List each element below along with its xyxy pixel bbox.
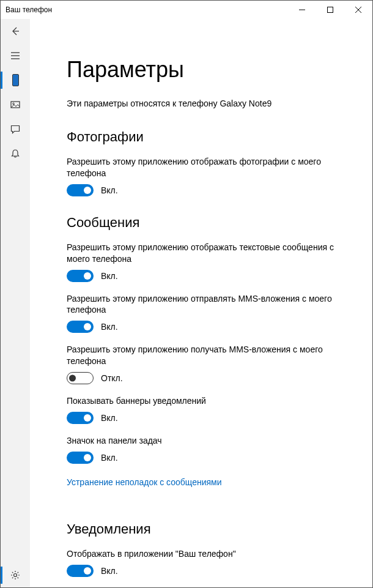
- toggle-row: Вкл.: [67, 270, 354, 282]
- setting-messages-receive-mms: Разрешить этому приложению получать MMS-…: [67, 344, 354, 384]
- sidebar-item-messages[interactable]: [1, 117, 30, 141]
- toggle-state: Вкл.: [101, 453, 118, 463]
- sidebar-item-settings[interactable]: [1, 563, 30, 587]
- toggle-state: Вкл.: [101, 271, 118, 281]
- section-messages: Сообщения Разрешить этому приложению ото…: [67, 215, 354, 503]
- setting-photos-allow: Разрешить этому приложению отображать фо…: [67, 156, 354, 196]
- link-messages-troubleshoot[interactable]: Устранение неполадок с сообщениями: [67, 477, 222, 487]
- toggle-thumb: [84, 454, 91, 461]
- toggle-notifications-show-in-app[interactable]: [67, 565, 94, 577]
- toggle-row: Вкл.: [67, 452, 354, 464]
- sidebar-top: [1, 19, 30, 563]
- toggle-row: Вкл.: [67, 321, 354, 333]
- toggle-messages-send-mms[interactable]: [67, 321, 94, 333]
- toggle-messages-banners[interactable]: [67, 412, 94, 424]
- close-button[interactable]: [344, 1, 372, 19]
- toggle-thumb: [84, 272, 91, 280]
- bell-icon: [10, 148, 21, 159]
- section-title-photos: Фотографии: [67, 129, 354, 145]
- section-title-notifications: Уведомления: [67, 521, 354, 537]
- arrow-left-icon: [10, 26, 21, 37]
- sidebar-item-phone[interactable]: [1, 68, 30, 92]
- setting-label: Отображать в приложении "Ваш телефон": [67, 548, 354, 560]
- setting-notifications-show-in-app: Отображать в приложении "Ваш телефон" Вк…: [67, 548, 354, 577]
- toggle-messages-display[interactable]: [67, 270, 94, 282]
- sidebar-item-notifications[interactable]: [1, 141, 30, 166]
- toggle-state: Вкл.: [101, 322, 118, 332]
- page-subtitle: Эти параметры относятся к телефону Galax…: [67, 99, 354, 108]
- toggle-state: Откл.: [101, 373, 123, 383]
- chat-icon: [10, 124, 21, 135]
- content-area[interactable]: Параметры Эти параметры относятся к теле…: [30, 19, 372, 587]
- maximize-icon: [327, 5, 333, 15]
- toggle-messages-taskbar-icon[interactable]: [67, 452, 94, 464]
- setting-label: Разрешить этому приложению отображать те…: [67, 242, 354, 265]
- image-icon: [10, 99, 21, 110]
- app-body: Параметры Эти параметры относятся к теле…: [1, 19, 372, 587]
- section-notifications: Уведомления Отображать в приложении "Ваш…: [67, 521, 354, 587]
- toggle-messages-receive-mms[interactable]: [67, 372, 94, 384]
- app-window: Ваш телефон: [0, 0, 373, 588]
- close-icon: [355, 5, 361, 15]
- toggle-state: Вкл.: [101, 185, 118, 195]
- setting-label: Разрешить этому приложению получать MMS-…: [67, 344, 354, 367]
- toggle-thumb: [69, 375, 76, 382]
- setting-messages-taskbar-icon: Значок на панели задач Вкл.: [67, 435, 354, 464]
- toggle-thumb: [84, 567, 91, 575]
- svg-rect-1: [328, 7, 333, 13]
- minimize-button[interactable]: [288, 1, 316, 19]
- toggle-row: Откл.: [67, 372, 354, 384]
- setting-messages-send-mms: Разрешить этому приложению отправлять MM…: [67, 293, 354, 333]
- sidebar-bottom: [1, 563, 30, 587]
- section-title-messages: Сообщения: [67, 215, 354, 231]
- toggle-photos-allow[interactable]: [67, 184, 94, 196]
- sidebar-item-menu[interactable]: [1, 43, 30, 68]
- section-photos: Фотографии Разрешить этому приложению от…: [67, 129, 354, 196]
- toggle-state: Вкл.: [101, 413, 118, 423]
- toggle-state: Вкл.: [101, 566, 118, 576]
- page-title: Параметры: [67, 57, 354, 83]
- phone-icon: [10, 75, 21, 86]
- sidebar-item-photos[interactable]: [1, 92, 30, 117]
- sidebar-item-back[interactable]: [1, 19, 30, 43]
- toggle-thumb: [84, 187, 91, 194]
- titlebar: Ваш телефон: [1, 1, 372, 19]
- svg-point-10: [14, 574, 17, 577]
- setting-messages-banners: Показывать баннеры уведомлений Вкл.: [67, 395, 354, 424]
- window-title: Ваш телефон: [6, 6, 52, 14]
- hamburger-icon: [10, 50, 21, 61]
- setting-label: Разрешить этому приложению отображать фо…: [67, 156, 354, 179]
- setting-label: Показывать баннеры уведомлений: [67, 395, 354, 407]
- minimize-icon: [299, 5, 305, 15]
- maximize-button[interactable]: [316, 1, 344, 19]
- window-controls: [288, 1, 372, 19]
- setting-label: Значок на панели задач: [67, 435, 354, 447]
- setting-label: Разрешить этому приложению отправлять MM…: [67, 293, 354, 316]
- toggle-row: Вкл.: [67, 184, 354, 196]
- toggle-thumb: [84, 323, 91, 330]
- toggle-row: Вкл.: [67, 412, 354, 424]
- toggle-thumb: [84, 414, 91, 422]
- setting-messages-display: Разрешить этому приложению отображать те…: [67, 242, 354, 282]
- gear-icon: [10, 570, 21, 581]
- sidebar: [1, 19, 30, 587]
- toggle-row: Вкл.: [67, 565, 354, 577]
